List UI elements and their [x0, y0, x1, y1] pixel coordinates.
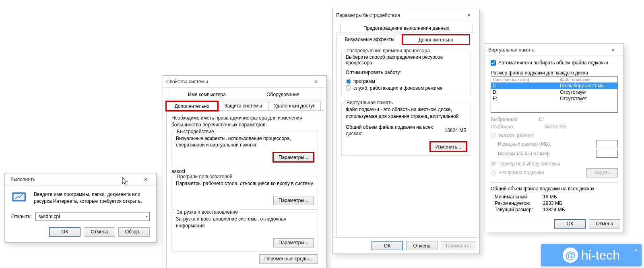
performance-group: Быстродействие Визуальные эффекты, испол…: [171, 132, 318, 167]
tab-advanced[interactable]: Дополнительно: [166, 101, 218, 111]
watermark-badge: @ hi-tech ✕: [541, 244, 642, 266]
run-titlebar[interactable]: Выполнить ✕: [5, 173, 156, 186]
cpu-radio-services[interactable]: служб, работающих в фоновом режиме: [346, 85, 442, 91]
vm-legend: Виртуальная память: [345, 100, 394, 105]
vm-col-drive: Диск [метка тома]: [493, 77, 560, 82]
cpu-radio-services-label: служб, работающих в фоновом режиме: [353, 85, 442, 91]
user-profiles-settings-button[interactable]: Параметры...: [273, 196, 314, 205]
vm-drive-row[interactable]: C: По выбору системы: [491, 82, 617, 89]
sysprops-admin-note: Необходимо иметь права администратора дл…: [171, 115, 318, 128]
vm-drive-letter: E:: [493, 96, 560, 101]
perfopts-ok-button[interactable]: ОК: [372, 241, 403, 250]
vm-title: Виртуальная память: [488, 47, 606, 53]
vm-radio-none-label: Без файла подкачки: [498, 170, 544, 175]
cpu-radio-programs[interactable]: программ: [346, 78, 375, 84]
run-ok-button[interactable]: ОК: [49, 227, 80, 237]
sysprops-tabs-row2: Дополнительно Защита системы Удаленный д…: [166, 99, 323, 111]
run-title: Выполнить: [10, 177, 138, 182]
vm-set-button: Задать: [586, 168, 618, 177]
tab-hardware[interactable]: Оборудование: [245, 90, 321, 99]
watermark-text: hi-tech: [581, 248, 620, 263]
tab-visual-effects[interactable]: Визуальные эффекты: [336, 35, 403, 44]
vm-size-head: Размер файла подкачки для каждого диска: [491, 70, 618, 76]
close-icon[interactable]: ✕: [309, 76, 323, 87]
close-icon[interactable]: ✕: [462, 9, 476, 21]
virtual-memory-dialog: Виртуальная память ✕ Автоматически выбир…: [485, 43, 624, 232]
tab-remote[interactable]: Удаленный доступ: [268, 101, 321, 110]
vm-totals-head: Общий объем файла подкачки на всех диска…: [491, 186, 618, 192]
system-properties-dialog: Свойства системы ✕ Имя компьютера Оборуд…: [163, 75, 327, 268]
run-big-icon: [11, 191, 27, 204]
vm-initial-size-input: [596, 140, 618, 148]
chevron-down-icon[interactable]: ▾: [146, 214, 148, 219]
vm-auto-label: Автоматически выбирать объем файла подка…: [498, 60, 608, 66]
sysprops-titlebar[interactable]: Свойства системы ✕: [163, 76, 326, 88]
tab-system-protection[interactable]: Защита системы: [217, 101, 269, 110]
vm-drive-letter: C:: [493, 83, 560, 89]
vm-auto-checkbox[interactable]: Автоматически выбирать объем файла подка…: [491, 60, 608, 66]
watermark-close-icon: ✕: [634, 247, 638, 254]
cpu-scheduling-legend: Распределение времени процессора: [345, 48, 431, 54]
vm-total-value: 13824 МБ: [444, 128, 466, 133]
vm-initial-size-label: Исходный размер (МБ):: [498, 141, 551, 147]
vm-rec-label: Рекомендуется:: [495, 200, 543, 206]
sysprops-title: Свойства системы: [166, 79, 309, 85]
vm-radio-custom-label: Указать размер:: [498, 133, 535, 138]
close-icon[interactable]: ✕: [606, 44, 620, 56]
user-profiles-group: Профили пользователей Параметры рабочего…: [171, 177, 318, 210]
vm-free-value: 34732 МБ: [545, 124, 567, 130]
vm-free-label: Свободно:: [491, 124, 539, 130]
env-vars-button[interactable]: Переменные среды...: [259, 254, 318, 264]
vm-selected-drive: С:: [539, 117, 544, 122]
vm-radio-system: Размер по выбору системы: [491, 161, 612, 167]
tab-dep[interactable]: Предотвращение выполнения данных: [340, 24, 473, 33]
user-profiles-legend: Профили пользователей: [175, 174, 234, 179]
vm-cur-label: Текущий размер:: [495, 207, 543, 212]
cpu-radio-programs-label: программ: [353, 78, 375, 84]
perfopts-title: Параметры быстродействия: [336, 12, 462, 18]
startup-recovery-settings-button[interactable]: Параметры...: [273, 238, 314, 247]
vm-total-label: Общий объем файла подкачки на всех диска…: [346, 124, 435, 138]
run-open-input[interactable]: sysdm.cpl ▾: [35, 212, 150, 221]
cpu-scheduling-desc: Выберите способ распределения ресурсов п…: [346, 54, 466, 66]
startup-recovery-desc: Загрузка и восстановление системы, отлад…: [176, 216, 314, 229]
sysprops-tabs-row1: Имя компьютера Оборудование: [166, 90, 323, 99]
vm-titlebar[interactable]: Виртуальная память ✕: [485, 44, 623, 56]
vm-drive-row[interactable]: E: Отсутствует: [491, 95, 617, 102]
vm-drive-row[interactable]: D: Отсутствует: [491, 89, 617, 95]
perfopts-apply-button: Применить: [441, 241, 476, 250]
run-cancel-button[interactable]: Отмена: [84, 227, 115, 237]
startup-recovery-group: Загрузка и восстановление Загрузка и вос…: [171, 212, 318, 252]
vm-col-pagefile: Файл подкачки: [560, 77, 616, 82]
vm-drive-pf: По выбору системы: [560, 83, 616, 89]
vm-drive-pf: Отсутствует: [560, 96, 616, 101]
vm-drive-pf: Отсутствует: [560, 89, 616, 95]
performance-settings-button[interactable]: Параметры...: [273, 153, 314, 162]
vm-change-button[interactable]: Изменить...: [430, 142, 466, 151]
vm-ok-button[interactable]: ОК: [554, 219, 586, 229]
perfopts-titlebar[interactable]: Параметры быстродействия ✕: [333, 9, 479, 21]
tab-advanced-perf[interactable]: Дополнительно: [402, 35, 469, 44]
run-dialog: Выполнить ✕ Введите имя программы, папки…: [4, 173, 157, 243]
tab-computer-name[interactable]: Имя компьютера: [169, 90, 245, 99]
performance-desc: Визуальные эффекты, использование процес…: [176, 135, 314, 149]
vm-cancel-button[interactable]: Отмена: [589, 219, 620, 229]
run-open-value: sysdm.cpl: [38, 214, 60, 219]
user-profiles-desc: Параметры рабочего стола, относящиеся ко…: [176, 180, 314, 187]
vm-drive-list[interactable]: Диск [метка тома] Файл подкачки C: По вы…: [491, 76, 618, 113]
perfopts-footer: ОК Отмена Применить: [333, 237, 479, 254]
run-open-label: Открыть:: [11, 214, 31, 219]
vm-radio-custom: Указать размер:: [491, 133, 612, 138]
performance-options-dialog: Параметры быстродействия ✕ Предотвращени…: [332, 9, 480, 254]
cpu-optimize-label: Оптимизировать работу:: [346, 70, 466, 75]
run-browse-button[interactable]: Обзор...: [118, 227, 150, 237]
vm-selected-label: Выбранный: [491, 117, 539, 122]
perfopts-cancel-button[interactable]: Отмена: [406, 241, 438, 250]
run-description: Введите имя программы, папки, документа …: [34, 191, 150, 205]
cpu-scheduling-group: Распределение времени процессора Выберит…: [341, 51, 471, 96]
vm-max-size-input: [596, 150, 618, 158]
close-icon[interactable]: ✕: [138, 173, 153, 185]
vm-desc: Файл подкачки - это область на жестком д…: [346, 106, 466, 120]
vm-footer: ОК Отмена: [485, 216, 623, 232]
vm-drive-letter: D:: [493, 89, 560, 95]
